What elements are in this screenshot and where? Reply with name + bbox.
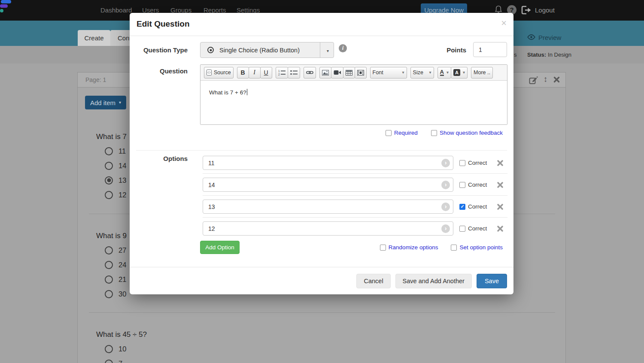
randomize-checkbox[interactable]: [380, 245, 386, 251]
question-type-dropdown[interactable]: Single Choice (Radio Button) ▾: [200, 42, 334, 58]
radio-button[interactable]: [105, 290, 113, 298]
numbered-list-button[interactable]: 1 2: [276, 67, 288, 79]
text-cursor: [247, 89, 247, 95]
answer-row: 7: [96, 356, 147, 363]
radio-button[interactable]: [105, 246, 113, 254]
embed-media-button[interactable]: [355, 67, 367, 79]
option-expand-icon[interactable]: ›: [441, 224, 450, 233]
insert-image-button[interactable]: [319, 67, 331, 79]
more-button[interactable]: More ..: [471, 67, 493, 79]
answer-row: 11: [96, 144, 127, 158]
question-editor: Source B I U 1 2: [200, 64, 507, 125]
status-label: Status:: [527, 51, 546, 58]
edit-page-icon[interactable]: [529, 76, 538, 87]
link-button[interactable]: [304, 67, 316, 79]
text-color-icon: A: [440, 69, 444, 76]
font-dropdown[interactable]: Font ▾: [370, 67, 407, 79]
delete-option-icon[interactable]: [496, 181, 504, 189]
question-separator: [89, 312, 555, 313]
info-icon[interactable]: i: [339, 44, 347, 52]
answer-row: 13: [96, 173, 127, 188]
question-title: What is 7: [96, 132, 127, 141]
caret-down-icon: ▾: [429, 70, 431, 75]
eye-icon: [527, 34, 535, 41]
question-title: What is 45 ÷ 5?: [96, 330, 147, 339]
delete-option-icon[interactable]: [496, 159, 504, 167]
required-checkbox[interactable]: [386, 130, 392, 136]
feedback-checkbox[interactable]: [431, 130, 437, 136]
radio-button[interactable]: [105, 162, 113, 170]
option-input[interactable]: [203, 156, 453, 170]
background-color-button[interactable]: A ▾: [451, 67, 468, 79]
radio-button[interactable]: [105, 275, 113, 284]
modal-title: Edit Question: [137, 19, 190, 29]
status-value: In Design: [548, 51, 571, 58]
set-option-points-group[interactable]: Set option points: [451, 244, 503, 251]
delete-page-icon[interactable]: [553, 76, 560, 85]
insert-table-button[interactable]: [343, 67, 355, 79]
screen: Dashboard Users Groups Reports Settings …: [0, 0, 644, 363]
randomize-checkbox-group[interactable]: Randomize options: [380, 244, 438, 251]
feedback-checkbox-group[interactable]: Show question feedback: [431, 130, 503, 136]
answer-row: 24: [96, 257, 127, 272]
text-color-button[interactable]: A ▾: [437, 67, 451, 79]
delete-option-icon[interactable]: [496, 225, 504, 233]
cancel-button[interactable]: Cancel: [356, 274, 390, 288]
tab-create[interactable]: Create: [78, 30, 110, 46]
radio-button[interactable]: [105, 176, 113, 185]
delete-option-icon[interactable]: [496, 203, 504, 211]
option-expand-icon[interactable]: ›: [441, 203, 450, 211]
option-row-3: › Correct: [203, 200, 504, 214]
edit-question-modal: Edit Question × Question Type Single Cho…: [130, 13, 513, 294]
radio-button[interactable]: [105, 261, 113, 269]
size-dropdown[interactable]: Size ▾: [410, 67, 434, 79]
option-flags-row: Randomize options Set option points: [380, 244, 503, 251]
options-label: Options: [136, 155, 188, 162]
radio-button[interactable]: [105, 191, 113, 199]
required-checkbox-group[interactable]: Required: [386, 130, 418, 136]
question-block-2: What is 9 27 24 21 30: [96, 231, 127, 301]
close-icon[interactable]: ×: [501, 18, 507, 29]
radio-button[interactable]: [105, 147, 113, 155]
preview-link[interactable]: Preview: [527, 34, 561, 41]
save-button[interactable]: Save: [477, 274, 507, 288]
add-item-button[interactable]: Add item ▾: [85, 96, 126, 109]
bullet-list-button[interactable]: [288, 67, 300, 79]
logout-icon[interactable]: [521, 6, 532, 16]
caret-down-icon: ▾: [327, 48, 329, 53]
option-input[interactable]: [203, 200, 453, 214]
italic-button[interactable]: I: [249, 67, 261, 79]
option-expand-icon[interactable]: ›: [441, 159, 450, 167]
insert-video-button[interactable]: [331, 67, 343, 79]
option-row-4: › Correct: [203, 221, 504, 236]
answer-row: 10: [96, 342, 147, 356]
correct-checkbox[interactable]: [459, 182, 465, 188]
move-page-icon[interactable]: ↕: [544, 75, 548, 84]
embed-media-icon: [357, 70, 364, 76]
points-input[interactable]: [473, 42, 507, 57]
underline-button[interactable]: U: [260, 67, 272, 79]
caret-down-icon: ▾: [402, 70, 404, 75]
logout-label[interactable]: Logout: [535, 6, 555, 14]
add-option-button[interactable]: Add Option: [200, 241, 240, 254]
bold-button[interactable]: B: [237, 67, 249, 79]
app-logo-icon[interactable]: [0, 0, 11, 13]
page-title: Page: 1: [85, 76, 106, 83]
source-button[interactable]: Source: [204, 67, 234, 79]
correct-checkbox[interactable]: [459, 160, 465, 166]
correct-checkbox[interactable]: [459, 226, 465, 232]
option-input[interactable]: [203, 221, 453, 236]
image-icon: [322, 70, 329, 76]
save-and-add-another-button[interactable]: Save and Add Another: [395, 274, 472, 288]
answer-row: 14: [96, 158, 127, 173]
options-divider: [136, 150, 507, 151]
radio-button[interactable]: [105, 360, 113, 363]
radio-button[interactable]: [105, 345, 113, 353]
option-expand-icon[interactable]: ›: [441, 181, 450, 189]
option-row-2: › Correct: [203, 178, 504, 192]
correct-checkbox[interactable]: [459, 204, 465, 210]
option-input[interactable]: [203, 178, 453, 192]
nav-item-dashboard[interactable]: Dashboard: [100, 6, 132, 14]
question-text-area[interactable]: What is 7 + 6?: [200, 81, 507, 124]
set-option-points-checkbox[interactable]: [451, 245, 457, 251]
